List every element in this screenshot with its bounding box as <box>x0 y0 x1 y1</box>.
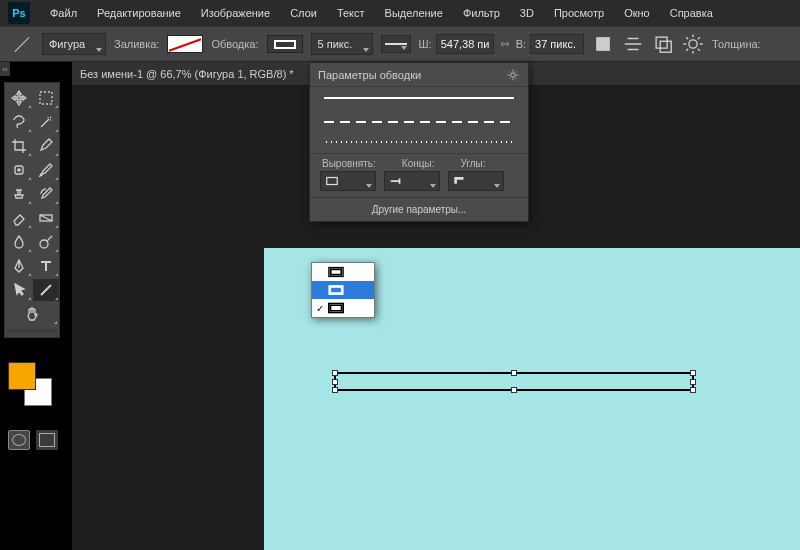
transform-handle[interactable] <box>690 387 696 393</box>
transform-handle[interactable] <box>332 387 338 393</box>
rectangle-shape[interactable] <box>334 372 694 391</box>
panel-collapse-toggle[interactable]: ‹‹ <box>0 62 10 76</box>
gradient-tool[interactable] <box>33 207 59 229</box>
settings-gear-icon[interactable] <box>682 33 704 55</box>
svg-point-8 <box>511 72 515 76</box>
blur-tool[interactable] <box>6 231 32 253</box>
corners-label: Углы: <box>460 158 485 169</box>
line-tool[interactable] <box>33 279 59 301</box>
more-options-button[interactable]: Другие параметры... <box>310 197 528 221</box>
align-option-inside[interactable] <box>312 263 374 281</box>
foreground-color-swatch[interactable] <box>8 362 36 390</box>
stroke-options-popover: Параметры обводки Выровнять: Концы: Углы… <box>309 62 529 222</box>
chevron-down-icon <box>96 48 102 52</box>
width-label: Ш: <box>419 38 432 50</box>
stroke-caps-dropdown[interactable] <box>384 171 440 191</box>
transform-handle[interactable] <box>511 370 517 376</box>
chevron-down-icon <box>366 184 372 188</box>
crop-tool[interactable] <box>6 135 32 157</box>
type-tool[interactable] <box>33 255 59 277</box>
stroke-swatch[interactable] <box>267 35 303 53</box>
stroke-label: Обводка: <box>211 38 258 50</box>
move-tool[interactable] <box>6 87 32 109</box>
marquee-tool[interactable] <box>33 87 59 109</box>
path-operations-button[interactable] <box>592 33 614 55</box>
tools-panel <box>4 82 60 338</box>
width-input[interactable] <box>436 34 494 54</box>
weight-label: Толщина: <box>712 38 761 50</box>
clone-stamp-tool[interactable] <box>6 183 32 205</box>
screen-mode-button[interactable] <box>36 430 58 450</box>
menu-edit[interactable]: Редактирование <box>89 3 189 23</box>
lasso-tool[interactable] <box>6 111 32 133</box>
path-arrangement-button[interactable] <box>652 33 674 55</box>
menu-file[interactable]: Файл <box>42 3 85 23</box>
svg-point-3 <box>689 40 697 48</box>
current-tool-icon[interactable] <box>10 32 34 56</box>
magic-wand-tool[interactable] <box>33 111 59 133</box>
tool-mode-label: Фигура <box>49 38 85 50</box>
stroke-style-solid[interactable] <box>324 97 514 103</box>
svg-rect-1 <box>656 37 667 48</box>
stroke-style-dashed[interactable] <box>324 121 514 123</box>
menu-view[interactable]: Просмотр <box>546 3 612 23</box>
tools-divider <box>6 329 58 333</box>
stroke-corners-dropdown[interactable] <box>448 171 504 191</box>
gear-icon[interactable] <box>506 68 520 82</box>
transform-handle[interactable] <box>332 370 338 376</box>
menu-layer[interactable]: Слои <box>282 3 325 23</box>
menu-window[interactable]: Окно <box>616 3 658 23</box>
hand-tool[interactable] <box>6 303 58 325</box>
svg-rect-0 <box>596 37 610 51</box>
height-label: В: <box>516 38 526 50</box>
stroke-style-dropdown[interactable] <box>381 35 411 53</box>
stroke-width-dropdown[interactable]: 5 пикс. <box>311 33 373 55</box>
svg-rect-9 <box>327 178 338 185</box>
chevron-down-icon <box>494 184 500 188</box>
path-alignment-button[interactable] <box>622 33 644 55</box>
transform-handle[interactable] <box>690 370 696 376</box>
transform-handle[interactable] <box>511 387 517 393</box>
svg-rect-13 <box>331 305 342 310</box>
transform-handle[interactable] <box>332 379 338 385</box>
popover-title: Параметры обводки <box>318 69 421 81</box>
fill-swatch[interactable] <box>167 35 203 53</box>
menu-bar: Ps Файл Редактирование Изображение Слои … <box>0 0 800 26</box>
menu-image[interactable]: Изображение <box>193 3 278 23</box>
document-tab[interactable]: Без имени-1 @ 66,7% (Фигура 1, RGB/8) * <box>80 68 294 80</box>
svg-point-7 <box>40 240 48 248</box>
path-selection-tool[interactable] <box>6 279 32 301</box>
menu-help[interactable]: Справка <box>662 3 721 23</box>
chevron-down-icon <box>430 184 436 188</box>
eyedropper-tool[interactable] <box>33 135 59 157</box>
healing-brush-tool[interactable] <box>6 159 32 181</box>
stroke-align-dropdown[interactable] <box>320 171 376 191</box>
svg-rect-12 <box>330 286 342 293</box>
color-swatches[interactable] <box>8 362 56 410</box>
quick-mask-toggle[interactable] <box>8 430 30 450</box>
transform-handle[interactable] <box>690 379 696 385</box>
tool-mode-dropdown[interactable]: Фигура <box>42 33 106 55</box>
align-label: Выровнять: <box>322 158 376 169</box>
menu-3d[interactable]: 3D <box>512 3 542 23</box>
link-icon[interactable] <box>498 37 512 51</box>
brush-tool[interactable] <box>33 159 59 181</box>
menu-filter[interactable]: Фильтр <box>455 3 508 23</box>
dodge-tool[interactable] <box>33 231 59 253</box>
svg-rect-2 <box>660 41 671 52</box>
align-option-outside[interactable]: ✓ <box>312 299 374 317</box>
height-input[interactable] <box>530 34 584 54</box>
chevron-down-icon <box>401 46 407 50</box>
pen-tool[interactable] <box>6 255 32 277</box>
stroke-style-dotted[interactable] <box>324 141 514 143</box>
history-brush-tool[interactable] <box>33 183 59 205</box>
menu-type[interactable]: Текст <box>329 3 373 23</box>
app-logo: Ps <box>8 2 30 24</box>
menu-select[interactable]: Выделение <box>377 3 451 23</box>
eraser-tool[interactable] <box>6 207 32 229</box>
stroke-align-options-list: ✓ <box>311 262 375 318</box>
svg-rect-11 <box>331 269 342 274</box>
stroke-width-value: 5 пикс. <box>318 38 353 50</box>
fill-label: Заливка: <box>114 38 159 50</box>
align-option-center[interactable] <box>312 281 374 299</box>
